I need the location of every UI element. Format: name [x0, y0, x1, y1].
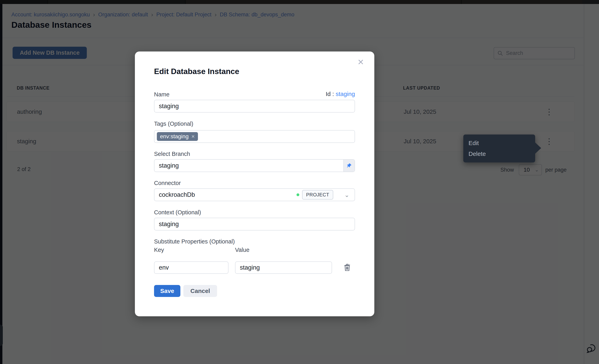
name-label: Name — [154, 91, 169, 98]
close-icon[interactable]: × — [355, 56, 366, 67]
branch-field — [154, 159, 355, 172]
connector-status-dot — [297, 193, 299, 196]
cancel-button[interactable]: Cancel — [183, 285, 217, 297]
connector-value: cockroachDb — [159, 191, 297, 198]
substitute-properties-label: Substitute Properties (Optional) — [154, 238, 235, 245]
pin-branch-button[interactable] — [344, 160, 355, 172]
connector-scope-badge: PROJECT — [302, 190, 333, 200]
app-root: Account: kurosakiichigo.songoku › Organi… — [0, 0, 599, 364]
context-menu-item-delete[interactable]: Delete — [463, 149, 535, 159]
row-context-menu: Edit Delete — [463, 134, 535, 162]
tags-label: Tags (Optional) — [154, 121, 193, 127]
chevron-down-icon: ⌄ — [344, 191, 349, 198]
property-value-input[interactable] — [235, 261, 332, 274]
remove-tag-icon[interactable]: × — [191, 133, 194, 140]
save-button[interactable]: Save — [154, 285, 180, 297]
context-input[interactable] — [154, 218, 355, 231]
value-label: Value — [235, 247, 249, 253]
pin-icon — [346, 163, 352, 169]
branch-label: Select Branch — [154, 151, 190, 157]
context-menu-item-edit[interactable]: Edit — [463, 139, 535, 148]
connector-select[interactable]: cockroachDb PROJECT ⌄ — [154, 188, 355, 201]
edit-db-instance-modal: × Edit Database Instance Name Id : stagi… — [135, 52, 374, 316]
trash-icon — [342, 263, 352, 272]
name-input[interactable] — [154, 100, 355, 113]
delete-property-button[interactable] — [342, 263, 352, 272]
tag-chip: env:staging × — [157, 132, 198, 141]
connector-label: Connector — [154, 180, 181, 186]
id-value-link[interactable]: staging — [336, 91, 355, 97]
branch-input[interactable] — [154, 160, 344, 172]
instance-id: Id : staging — [326, 91, 355, 98]
key-label: Key — [154, 247, 164, 253]
property-key-input[interactable] — [154, 261, 229, 274]
tags-input[interactable]: env:staging × — [154, 130, 355, 143]
context-label: Context (Optional) — [154, 209, 201, 216]
tag-chip-label: env:staging — [160, 133, 189, 140]
context-menu-arrow — [535, 142, 541, 154]
id-label: Id : — [326, 91, 334, 97]
modal-title: Edit Database Instance — [154, 67, 239, 76]
